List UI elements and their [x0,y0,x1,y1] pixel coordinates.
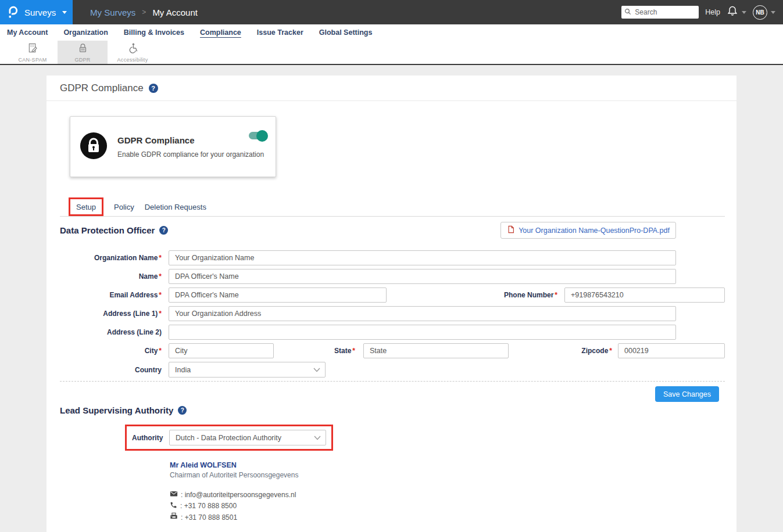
nav-billing-invoices[interactable]: Billing & Invoices [124,28,184,37]
help-icon[interactable]: ? [159,226,168,235]
page-title: GDPR Compliance [60,82,144,94]
required-asterisk: * [609,347,612,355]
email-field[interactable] [169,287,387,303]
zipcode-field[interactable] [618,343,725,358]
compliance-tab-strip: CAN-SPAM GDPR Accessibility [0,41,783,65]
avatar: NB [753,5,767,20]
address-line1-label: Address (Line 1)* [60,310,162,318]
authority-select-value: Dutch - Data Protection Authority [176,434,281,442]
padlock-icon [77,42,88,56]
authority-label: Authority [132,434,162,442]
section-divider [60,381,725,382]
state-label: State* [334,347,355,355]
card-text: GDPR Compliance Enable GDPR compliance f… [117,135,264,159]
highlight-box-setup-tab: Setup [69,197,103,216]
save-changes-button[interactable]: Save Changes [655,386,719,402]
tab-deletion-requests[interactable]: Deletion Requests [145,203,206,211]
address-line1-field[interactable] [169,306,676,321]
chevron-down-icon [314,436,321,440]
tab-label: GDPR [74,57,90,63]
card-title: GDPR Compliance [117,135,264,145]
name-label: Name* [60,272,162,281]
authority-contact-title: Chairman of Autoriteit Persoonsgegevens [170,471,725,479]
top-bar: Surveys My Surveys > My Account Help [0,0,783,24]
search-input[interactable] [634,8,696,17]
address-line2-field[interactable] [169,325,676,340]
nav-compliance[interactable]: Compliance [200,28,241,37]
chevron-down-icon [62,11,67,14]
nav-issue-tracker[interactable]: Issue Tracker [257,28,303,37]
required-asterisk: * [159,310,162,318]
dpo-form: Organization Name* Name* Email Address* … [60,250,725,378]
tab-label: Accessibility [117,57,148,63]
tab-gdpr[interactable]: GDPR [58,41,108,64]
authority-contact-name: Mr Aleid WOLFSEN [170,461,725,469]
zipcode-label: Zipcode* [581,347,612,355]
phone-number-label: Phone Number* [504,291,557,299]
dpo-heading: Data Protection Officer [60,225,155,235]
country-select-value: India [175,366,191,374]
product-menu-label: Surveys [24,8,56,17]
toggle-knob [256,130,268,142]
product-menu[interactable]: Surveys [0,0,73,24]
search-box[interactable] [621,6,699,19]
page-title-row: GDPR Compliance ? [47,76,736,101]
tab-can-spam[interactable]: CAN-SPAM [8,41,58,64]
help-icon[interactable]: ? [149,84,158,93]
tab-policy[interactable]: Policy [114,203,134,211]
notifications-menu[interactable] [727,5,746,19]
fax-icon [170,512,178,522]
breadcrumb: My Surveys > My Account [90,8,198,17]
required-asterisk: * [159,272,162,281]
contact-fax-row: : +31 70 888 8501 [170,512,725,522]
city-field[interactable] [169,343,274,358]
document-pencil-icon [27,42,38,56]
contact-phone-text: : +31 70 888 8500 [180,502,237,510]
breadcrumb-my-surveys[interactable]: My Surveys [90,8,135,17]
dpa-pdf-button[interactable]: Your Organization Name-QuestionPro-DPA.p… [500,222,676,239]
dpo-heading-row: Data Protection Officer ? Your Organizat… [60,222,725,239]
gdpr-enable-toggle[interactable] [249,132,266,139]
organization-name-label: Organization Name* [60,254,162,262]
envelope-icon [170,490,178,499]
lsa-heading: Lead Supervising Authority [60,405,173,415]
organization-name-field[interactable] [169,250,676,265]
chevron-down-icon [313,368,320,372]
city-label: City* [60,347,162,355]
card-subtitle: Enable GDPR compliance for your organiza… [117,150,264,159]
help-link[interactable]: Help [705,8,720,16]
nav-my-account[interactable]: My Account [7,28,48,37]
authority-select[interactable]: Dutch - Data Protection Authority [169,430,326,445]
contact-email-text: : info@autoriteitpersoonsgegevens.nl [181,491,296,499]
account-nav: My Account Organization Billing & Invoic… [0,24,783,41]
chevron-down-icon [742,11,746,14]
email-address-label: Email Address* [60,291,162,299]
setup-section: Setup Policy Deletion Requests Data Prot… [47,199,736,532]
nav-organization[interactable]: Organization [63,28,108,37]
highlight-box-authority: Authority Dutch - Data Protection Author… [125,425,333,451]
required-asterisk: * [159,254,162,262]
wheelchair-icon [127,42,138,56]
nav-global-settings[interactable]: Global Settings [319,28,373,37]
phone-number-field[interactable] [564,287,725,303]
tab-setup[interactable]: Setup [76,203,96,211]
tab-accessibility[interactable]: Accessibility [108,41,158,64]
lock-circle-icon [80,132,107,161]
gdpr-compliance-panel: GDPR Compliance ? GDPR Compliance Enable… [47,76,736,532]
breadcrumb-current: My Account [152,8,198,17]
address-line2-label: Address (Line 2) [60,328,162,336]
name-field[interactable] [169,269,676,284]
breadcrumb-separator: > [142,8,146,16]
content-tabs: Setup Policy Deletion Requests [60,199,725,217]
pdf-file-icon [507,225,515,235]
state-field[interactable] [363,343,509,358]
gdpr-enable-card: GDPR Compliance Enable GDPR compliance f… [70,116,276,177]
contact-phone-row: : +31 70 888 8500 [170,501,725,511]
country-select[interactable]: India [169,362,326,378]
contact-fax-text: : +31 70 888 8501 [181,513,237,522]
country-label: Country [60,366,162,374]
topbar-right: Help NB [621,5,783,20]
account-menu[interactable]: NB [753,5,775,20]
help-icon[interactable]: ? [178,406,187,415]
contact-email-row: : info@autoriteitpersoonsgegevens.nl [170,490,725,499]
